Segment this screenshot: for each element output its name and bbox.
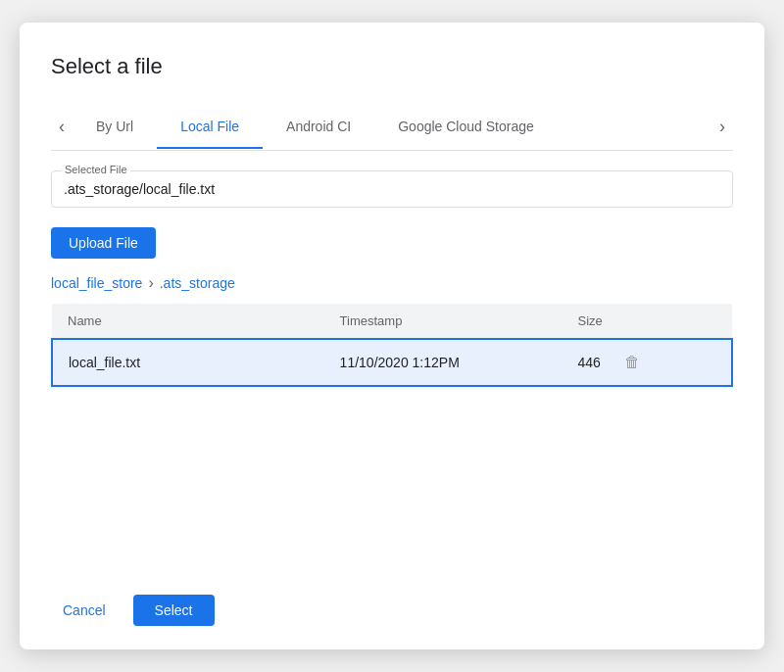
col-header-timestamp: Timestamp xyxy=(324,304,563,339)
tabs: By Url Local File Android CI Google Clou… xyxy=(73,105,711,148)
table-row[interactable]: local_file.txt 11/10/2020 1:12PM 446 🗑 xyxy=(52,339,732,386)
cell-size: 446 🗑 xyxy=(562,340,731,385)
select-file-dialog: Select a file ‹ By Url Local File Androi… xyxy=(20,23,764,649)
breadcrumb: local_file_store › .ats_storage xyxy=(51,274,733,292)
tab-android-ci[interactable]: Android CI xyxy=(263,105,374,148)
breadcrumb-current[interactable]: .ats_storage xyxy=(160,275,235,291)
breadcrumb-separator: › xyxy=(148,274,153,292)
cell-timestamp: 11/10/2020 1:12PM xyxy=(324,339,563,386)
table-header: Name Timestamp Size xyxy=(52,304,732,339)
upload-file-button[interactable]: Upload File xyxy=(51,227,156,259)
dialog-title: Select a file xyxy=(51,54,733,79)
tab-local-file[interactable]: Local File xyxy=(157,105,263,148)
tab-arrow-right[interactable]: › xyxy=(711,103,733,150)
tab-arrow-left[interactable]: ‹ xyxy=(51,103,73,150)
selected-file-value: .ats_storage/local_file.txt xyxy=(64,179,720,197)
col-header-name: Name xyxy=(52,304,324,339)
tabs-container: ‹ By Url Local File Android CI Google Cl… xyxy=(51,103,733,151)
cell-name: local_file.txt xyxy=(52,339,324,386)
dialog-footer: Cancel Select xyxy=(51,563,733,626)
delete-icon[interactable]: 🗑 xyxy=(624,354,640,371)
table-body: local_file.txt 11/10/2020 1:12PM 446 🗑 xyxy=(52,339,732,386)
tab-google-cloud-storage[interactable]: Google Cloud Storage xyxy=(374,105,558,148)
breadcrumb-root[interactable]: local_file_store xyxy=(51,275,142,291)
cell-size-value: 446 xyxy=(577,355,600,370)
file-table: Name Timestamp Size local_file.txt 11/10… xyxy=(51,304,733,387)
select-button[interactable]: Select xyxy=(133,595,215,626)
selected-file-field: Selected File .ats_storage/local_file.tx… xyxy=(51,170,733,208)
col-header-size: Size xyxy=(562,304,732,339)
tab-by-url[interactable]: By Url xyxy=(73,105,157,148)
cancel-button[interactable]: Cancel xyxy=(51,595,118,626)
selected-file-label: Selected File xyxy=(62,164,130,175)
